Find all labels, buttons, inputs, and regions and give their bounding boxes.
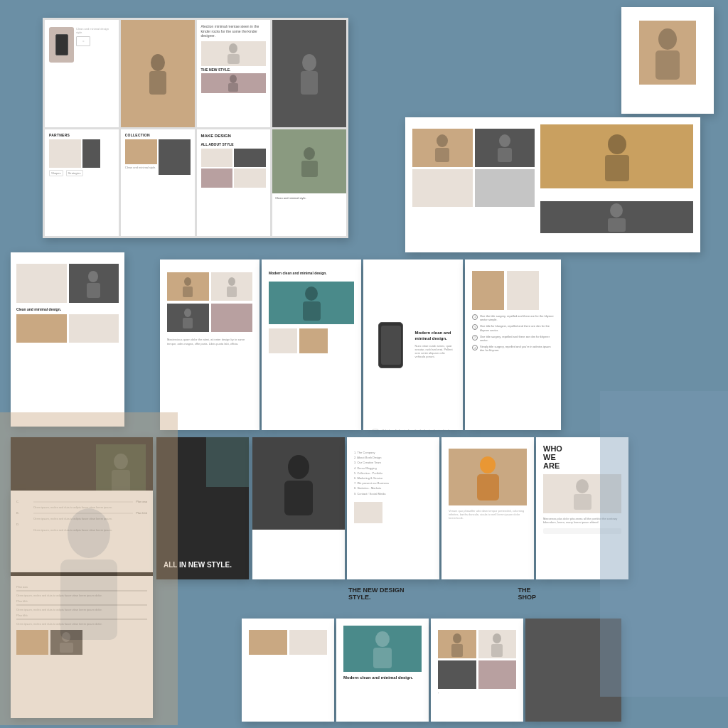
make-design-title: MAKE DESIGN: [201, 134, 267, 138]
bottom-new-design-label: THE NEW DESIGNSTYLE.: [348, 587, 405, 601]
influencer-slide: Mastercious quam dolor the atimi, at inn…: [160, 259, 259, 430]
influencer-body: Mastercious quam dolor the atimi, at inn…: [167, 338, 252, 346]
collection-subtitle: Clean and minimal style.: [125, 166, 157, 170]
svg-rect-7: [301, 71, 318, 95]
who-we-body1: Maecenas plus dolor pita areas all the p…: [543, 517, 621, 524]
service-num-3: 3: [472, 324, 478, 330]
svg-point-10: [658, 28, 677, 50]
toc-list: 1. The Company 2. About Bosh Design 3. O…: [354, 450, 432, 496]
service-num-1: 1: [472, 314, 478, 320]
simple-design-slide: [242, 619, 334, 722]
main-grid-slide: Clean and minimal design style. ⊙ Alecti…: [43, 18, 348, 238]
modern-body: Nunc vitae curab senec, quat secutur, ru…: [415, 344, 456, 359]
make-design-cell: MAKE DESIGN ALL ABOUT STYLE: [197, 129, 271, 237]
fashion-cell: Clean and minimal style.: [272, 129, 346, 237]
text-small-imgs-cell: Alection minimal mentae steen in the kin…: [197, 20, 271, 127]
bottom-shop-label: THESHOP: [518, 587, 537, 601]
svg-point-46: [62, 632, 70, 642]
svg-rect-39: [574, 494, 592, 510]
new-posts-bold-text: Modern clean and minimal design.: [269, 271, 354, 276]
svg-point-26: [184, 309, 191, 317]
svg-point-22: [184, 277, 191, 286]
minimal-title: Modern clean and minimal design.: [343, 675, 422, 680]
collection-title: COLLECTION: [125, 134, 191, 138]
collection-cell: COLLECTION Clean and minimal style.: [121, 129, 195, 237]
service-num-4: 4: [472, 345, 478, 350]
dark-overlay-slide: ALL IN NEW STYLE.: [156, 437, 249, 579]
dark-person-cell: [272, 20, 346, 127]
svg-point-38: [576, 479, 589, 493]
partners-cell: PARTNERS Shapes Strategies: [45, 129, 119, 237]
svg-rect-19: [608, 218, 626, 232]
top-right-slide: [621, 7, 714, 114]
fashion-text: Clean and minimal style.: [275, 196, 343, 200]
modern-label: Modern clean and minimal design.: [415, 331, 456, 341]
who-we-are-slide: WHOWEARE Maecenas plus dolor pita areas …: [536, 437, 628, 579]
svg-point-44: [493, 633, 501, 643]
svg-point-14: [499, 134, 510, 147]
partners-title: PARTNERS: [49, 134, 114, 138]
svg-rect-13: [435, 148, 449, 162]
svg-point-34: [288, 455, 309, 479]
service-slide: 1 One the title surgery, repelled and th…: [465, 259, 561, 430]
portfolio-slide: [405, 117, 700, 252]
svg-point-4: [230, 75, 237, 83]
svg-rect-41: [373, 648, 392, 668]
svg-point-2: [229, 43, 237, 53]
person-warm-cell: [121, 20, 195, 127]
collection-left-slide: Clean and minimal design.: [11, 252, 124, 427]
service-item-3: One title for klungest, repelled and the…: [480, 324, 554, 331]
svg-rect-11: [655, 50, 680, 80]
svg-rect-35: [284, 481, 313, 515]
new-posts-slide: Modern clean and minimal design.: [262, 259, 361, 430]
cell3-text: Alection minimal mentae steen in the kin…: [201, 24, 267, 38]
svg-point-42: [453, 633, 461, 643]
svg-rect-23: [183, 287, 193, 297]
svg-rect-37: [477, 474, 499, 500]
svg-rect-25: [227, 287, 237, 297]
svg-point-16: [608, 134, 626, 154]
svg-rect-43: [451, 644, 463, 657]
svg-rect-47: [60, 643, 73, 653]
svg-rect-21: [87, 283, 100, 298]
svg-point-8: [304, 147, 315, 160]
the-team-slide: ›: [431, 619, 523, 722]
minimal-design-slide: Modern clean and minimal design.: [336, 619, 429, 722]
svg-point-32: [114, 454, 128, 469]
team-chevron-label: ›: [438, 691, 439, 695]
svg-point-36: [480, 456, 496, 473]
svg-rect-45: [491, 644, 503, 657]
some-marketing-slide: C. Plan aaa Orem ipsum, moles sed duis t…: [11, 491, 153, 572]
about-us-extra: Venum quo phaseller urbi diam tempor pre…: [449, 509, 527, 520]
svg-rect-5: [228, 83, 238, 92]
service-num-2: 2: [472, 335, 478, 341]
svg-point-28: [305, 287, 318, 301]
service-item-2: One title surgery, repelled and there ar…: [480, 335, 554, 342]
new-style-label: THE NEW STYLE.: [201, 68, 267, 72]
project-service-slide: Plan aaa Orem ipsum, moles sed duis to a…: [11, 576, 153, 718]
im-tom-slide: [525, 619, 621, 722]
table-of-content-slide: 1. The Company 2. About Bosh Design 3. O…: [347, 437, 439, 579]
service-item-1: One the title surgery, repelled and ther…: [480, 314, 554, 321]
svg-rect-9: [301, 161, 318, 177]
who-we-are-title: WHOWEARE: [543, 444, 621, 470]
svg-rect-1: [149, 71, 166, 95]
all-about-title: ALL ABOUT STYLE: [201, 142, 267, 146]
svg-point-24: [228, 277, 235, 286]
bottom-labels: THE NEW DESIGNSTYLE. THESHOP: [348, 587, 536, 601]
svg-rect-15: [498, 148, 512, 162]
service-item-4: Simply title surgery, repelled and you'r…: [480, 345, 554, 352]
svg-point-18: [610, 203, 623, 218]
about-us-slide: Venum quo phaseller urbi diam tempor pre…: [441, 437, 534, 579]
svg-point-20: [88, 271, 98, 282]
phone-modern-slide: Modern clean and minimal design. Nunc vi…: [363, 259, 463, 430]
svg-point-12: [437, 134, 448, 147]
app-mini-text: Clean and minimal design style.: [76, 27, 114, 34]
svg-point-6: [302, 54, 316, 71]
svg-rect-3: [228, 54, 240, 64]
svg-rect-17: [605, 155, 629, 181]
svg-rect-27: [183, 318, 193, 328]
svg-point-40: [375, 631, 390, 647]
svg-point-0: [151, 54, 165, 71]
collection-clean-label: Clean and minimal design.: [16, 307, 119, 311]
